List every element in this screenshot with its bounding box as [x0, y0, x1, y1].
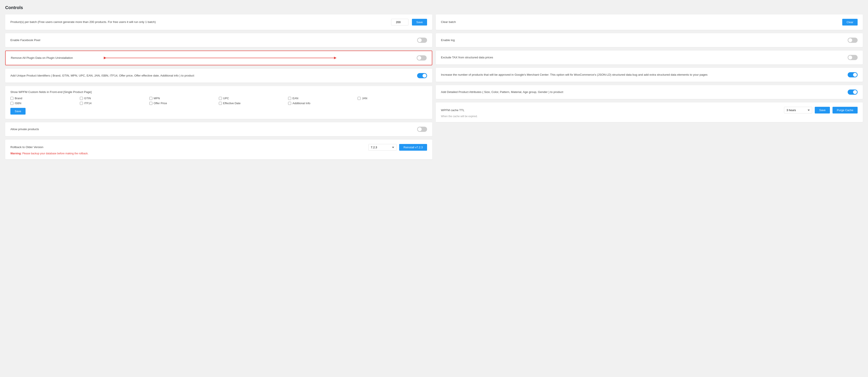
- unique-identifiers-slider: [417, 73, 427, 78]
- checkbox-isbn-label: ISBN: [15, 102, 21, 105]
- checkbox-effective-date[interactable]: Effective Date: [219, 102, 288, 105]
- private-products-card: Allow private products: [5, 122, 432, 136]
- checkbox-gtin[interactable]: GTIN: [80, 97, 149, 100]
- facebook-pixel-toggle[interactable]: [417, 38, 427, 43]
- clear-button[interactable]: Clear: [842, 19, 858, 26]
- main-grid: Product(s) per batch (Free users cannot …: [5, 14, 863, 159]
- left-column: Product(s) per batch (Free users cannot …: [5, 14, 432, 159]
- checkbox-brand-input[interactable]: [10, 97, 13, 100]
- unique-identifiers-toggle[interactable]: [417, 73, 427, 78]
- remove-plugin-toggle[interactable]: [417, 55, 427, 61]
- checkbox-additional-info[interactable]: Additional Info: [288, 102, 358, 105]
- checkbox-ean-input[interactable]: [288, 97, 291, 100]
- remove-plugin-data-card: Remove All Plugin Data on Plugin Uninsta…: [5, 50, 432, 65]
- rollback-warning: Warning: Please backup your database bef…: [10, 152, 427, 155]
- clear-batch-label: Clear batch: [441, 20, 839, 24]
- checkbox-offer-price-label: Offer Price: [154, 102, 167, 105]
- batch-save-button[interactable]: Save: [412, 19, 427, 26]
- checkbox-additional-info-label: Additional Info: [292, 102, 310, 105]
- reinstall-button[interactable]: Reinstall v7.2.3: [399, 144, 427, 151]
- checkbox-upc-input[interactable]: [219, 97, 222, 100]
- exclude-tax-slider: [848, 55, 858, 60]
- enable-log-toggle[interactable]: [848, 38, 858, 43]
- checkbox-offer-price[interactable]: Offer Price: [149, 102, 219, 105]
- enable-log-card: Enable log: [436, 33, 863, 47]
- purge-cache-button[interactable]: Purge Cache: [833, 107, 858, 113]
- custom-fields-save-button[interactable]: Save: [10, 108, 26, 114]
- batch-input[interactable]: [391, 19, 408, 26]
- remove-plugin-slider: [417, 55, 427, 61]
- checkbox-itf14-label: ITF14: [84, 102, 92, 105]
- checkbox-ean[interactable]: EAN: [288, 97, 358, 100]
- checkbox-brand-label: Brand: [15, 97, 22, 100]
- checkbox-isbn-input[interactable]: [10, 102, 13, 105]
- merchant-center-card: Increase the number of products that wil…: [436, 68, 863, 82]
- batch-card: Product(s) per batch (Free users cannot …: [5, 14, 432, 30]
- checkbox-additional-info-input[interactable]: [288, 102, 291, 105]
- checkbox-itf14-input[interactable]: [80, 102, 83, 105]
- private-products-label: Allow private products: [10, 127, 414, 131]
- warning-bold: Warning:: [10, 152, 22, 155]
- checkbox-mpn[interactable]: MPN: [149, 97, 219, 100]
- checkbox-effective-date-label: Effective Date: [223, 102, 241, 105]
- remove-plugin-label: Remove All Plugin Data on Plugin Uninsta…: [11, 56, 413, 60]
- cache-row: WPFM cache TTL 1 hour 3 hours 6 hours 12…: [441, 107, 858, 113]
- enable-log-slider: [848, 38, 858, 43]
- clear-batch-card: Clear batch Clear: [436, 14, 863, 30]
- checkbox-gtin-input[interactable]: [80, 97, 83, 100]
- warning-text: Please backup your database before makin…: [22, 152, 89, 155]
- checkbox-gtin-label: GTIN: [84, 97, 91, 100]
- checkbox-mpn-input[interactable]: [149, 97, 152, 100]
- checkbox-grid: Brand GTIN MPN UPC EAN: [10, 97, 427, 105]
- facebook-pixel-label: Enable Facebook Pixel: [10, 38, 414, 42]
- checkbox-ean-label: EAN: [292, 97, 298, 100]
- merchant-center-toggle[interactable]: [848, 72, 858, 77]
- checkbox-itf14[interactable]: ITF14: [80, 102, 149, 105]
- facebook-pixel-card: Enable Facebook Pixel: [5, 33, 432, 47]
- checkbox-effective-date-input[interactable]: [219, 102, 222, 105]
- cache-hint: When the cache will be expired.: [441, 115, 858, 118]
- checkbox-jan[interactable]: JAN: [358, 97, 427, 100]
- checkbox-upc[interactable]: UPC: [219, 97, 288, 100]
- exclude-tax-toggle[interactable]: [848, 55, 858, 60]
- checkbox-isbn[interactable]: ISBN: [10, 102, 80, 105]
- cache-ttl-select[interactable]: 1 hour 3 hours 6 hours 12 hours 24 hours: [784, 107, 812, 113]
- custom-fields-card: Show WPFM Custom fields in Front-end [Si…: [5, 86, 432, 119]
- checkbox-jan-label: JAN: [362, 97, 367, 100]
- checkbox-jan-input[interactable]: [358, 97, 361, 100]
- detailed-attributes-slider: [848, 90, 858, 95]
- checkbox-upc-label: UPC: [223, 97, 229, 100]
- cache-save-button[interactable]: Save: [815, 107, 830, 113]
- exclude-tax-card: Exclude TAX from structured data prices: [436, 50, 863, 64]
- exclude-tax-label: Exclude TAX from structured data prices: [441, 56, 844, 60]
- detailed-attributes-toggle[interactable]: [848, 90, 858, 95]
- detailed-attributes-card: Add Detailed Product Attributes ( Size, …: [436, 85, 863, 99]
- cache-ttl-card: WPFM cache TTL 1 hour 3 hours 6 hours 12…: [436, 102, 863, 122]
- checkbox-offer-price-input[interactable]: [149, 102, 152, 105]
- right-column: Clear batch Clear Enable log Exclude TAX…: [436, 14, 863, 159]
- merchant-center-slider: [848, 72, 858, 77]
- page-title: Controls: [5, 5, 863, 10]
- enable-log-label: Enable log: [441, 38, 844, 42]
- rollback-card: Rollback to Older Version 7.2.3 Reinstal…: [5, 140, 432, 159]
- custom-fields-title: Show WPFM Custom fields in Front-end [Si…: [10, 90, 427, 94]
- detailed-attributes-label: Add Detailed Product Attributes ( Size, …: [441, 90, 844, 94]
- checkbox-mpn-label: MPN: [154, 97, 160, 100]
- private-products-toggle[interactable]: [417, 127, 427, 132]
- facebook-pixel-slider: [417, 38, 427, 43]
- checkbox-brand[interactable]: Brand: [10, 97, 80, 100]
- rollback-label: Rollback to Older Version: [10, 145, 365, 149]
- version-row: 7.2.3 Reinstall v7.2.3: [368, 144, 427, 151]
- merchant-center-label: Increase the number of products that wil…: [441, 73, 844, 77]
- batch-label: Product(s) per batch (Free users cannot …: [10, 20, 388, 24]
- unique-identifiers-label: Add Unique Product Identifiers ( Brand, …: [10, 74, 414, 78]
- private-products-slider: [417, 127, 427, 132]
- unique-identifiers-card: Add Unique Product Identifiers ( Brand, …: [5, 69, 432, 82]
- cache-ttl-label: WPFM cache TTL: [441, 108, 781, 112]
- version-select[interactable]: 7.2.3: [368, 144, 397, 151]
